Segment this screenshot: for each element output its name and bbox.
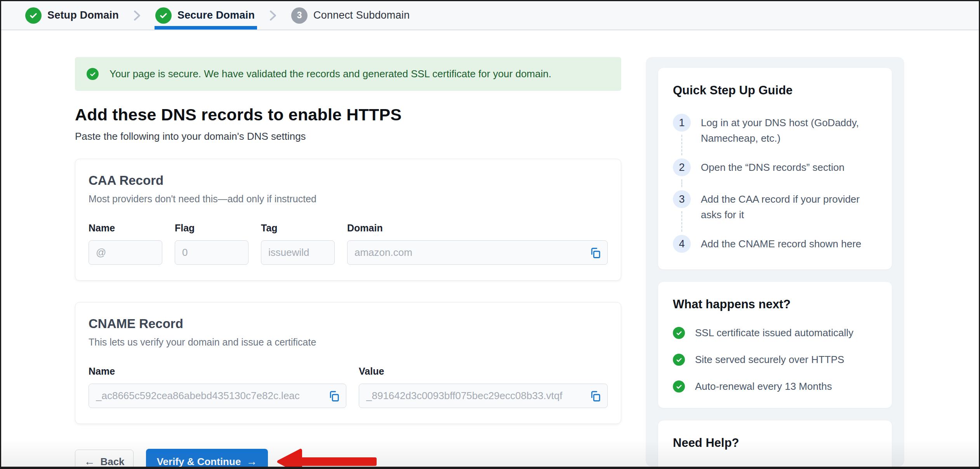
step-connector-line	[681, 135, 682, 155]
quick-guide-card: Quick Step Up Guide 1 Log in at your DNS…	[658, 68, 892, 269]
field-label: Value	[359, 366, 608, 377]
field-label: Flag	[175, 222, 248, 234]
cname-value-input[interactable]	[359, 384, 608, 408]
page-title: Add these DNS records to enable HTTPS	[75, 105, 646, 124]
cname-record-card: CNAME Record This lets us verify your do…	[75, 302, 621, 424]
page-subtitle: Paste the following into your domain's D…	[75, 130, 646, 142]
caa-domain-field: Domain	[347, 222, 608, 265]
cname-name-field: Name	[89, 366, 346, 408]
step-setup-domain[interactable]: Setup Domain	[25, 1, 119, 30]
step-secure-domain[interactable]: Secure Domain	[155, 1, 255, 30]
caa-tag-input[interactable]	[261, 240, 335, 265]
field-label: Domain	[347, 222, 608, 234]
next-item-text: SSL certificate issued automatically	[695, 327, 853, 339]
step-badge: 1	[673, 114, 691, 132]
step-label: Secure Domain	[177, 9, 255, 21]
quick-guide-steps: 1 Log in at your DNS host (GoDaddy, Name…	[673, 114, 877, 254]
what-happens-next-title: What happens next?	[673, 297, 877, 311]
caa-name-field: Name	[89, 222, 162, 265]
guide-step-text: Add the CNAME record shown here	[701, 235, 861, 254]
copy-icon[interactable]	[327, 389, 341, 403]
chevron-right-icon	[269, 1, 277, 30]
need-help-title: Need Help?	[673, 436, 877, 450]
arrow-left-icon: ←	[84, 456, 95, 467]
main-content: Your page is secure. We have validated t…	[1, 31, 646, 467]
caa-flag-input[interactable]	[175, 240, 248, 265]
caa-flag-field: Flag	[175, 222, 248, 265]
copy-icon[interactable]	[588, 389, 602, 403]
next-item-1: SSL certificate issued automatically	[673, 327, 877, 339]
caa-card-subtitle: Most providers don't need this—add only …	[89, 193, 608, 205]
guide-step-4: 4 Add the CNAME record shown here	[673, 235, 877, 254]
active-step-indicator	[155, 26, 257, 30]
step-badge: 3	[673, 190, 691, 208]
next-item-text: Auto-renewal every 13 Months	[695, 380, 832, 393]
success-check-icon	[87, 68, 99, 80]
check-icon	[673, 380, 685, 393]
caa-card-title: CAA Record	[89, 173, 608, 188]
guide-step-text: Open the “DNS records” section	[701, 158, 844, 190]
verify-button-label: Verify & Continue	[157, 456, 241, 468]
success-banner-text: Your page is secure. We have validated t…	[109, 68, 551, 80]
check-icon	[673, 327, 685, 339]
action-row: ← Back Verify & Continue →	[75, 446, 646, 469]
arrow-right-icon: →	[246, 456, 257, 467]
success-banner: Your page is secure. We have validated t…	[75, 57, 621, 91]
quick-guide-title: Quick Step Up Guide	[673, 83, 877, 97]
step-connector-line	[681, 179, 682, 187]
cname-card-subtitle: This lets us verify your domain and issu…	[89, 337, 608, 348]
caa-name-input[interactable]	[89, 240, 162, 265]
field-label: Name	[89, 222, 162, 234]
what-happens-next-card: What happens next? SSL certificate issue…	[658, 282, 892, 408]
next-item-text: Site served securely over HTTPS	[695, 354, 844, 366]
back-button-label: Back	[100, 456, 124, 468]
caa-tag-field: Tag	[261, 222, 335, 265]
cname-value-field: Value	[359, 366, 608, 408]
stepper-bar: Setup Domain Secure Domain 3 Connect Sub…	[1, 1, 979, 30]
caa-domain-input[interactable]	[347, 240, 608, 265]
guide-step-3: 3 Add the CAA record if your provider as…	[673, 190, 877, 235]
cname-card-title: CNAME Record	[89, 316, 608, 331]
sidebar: Quick Step Up Guide 1 Log in at your DNS…	[646, 57, 904, 467]
next-item-2: Site served securely over HTTPS	[673, 354, 877, 366]
field-label: Tag	[261, 222, 335, 234]
back-button[interactable]: ← Back	[75, 450, 134, 469]
step-label: Connect Subdomain	[313, 9, 410, 21]
check-icon	[25, 7, 42, 24]
check-icon	[673, 354, 685, 366]
step-label: Setup Domain	[47, 9, 119, 21]
step-badge: 2	[673, 158, 691, 176]
guide-step-text: Add the CAA record if your provider asks…	[701, 190, 877, 235]
step-number-badge: 3	[291, 7, 308, 24]
red-annotation-arrow	[276, 446, 380, 469]
check-icon	[155, 7, 172, 24]
next-item-3: Auto-renewal every 13 Months	[673, 380, 877, 393]
guide-step-text: Log in at your DNS host (GoDaddy, Namech…	[701, 114, 877, 158]
cname-name-input[interactable]	[89, 384, 346, 408]
guide-step-2: 2 Open the “DNS records” section	[673, 158, 877, 190]
caa-record-card: CAA Record Most providers don't need thi…	[75, 159, 621, 281]
step-badge: 4	[673, 235, 691, 253]
app-window: Setup Domain Secure Domain 3 Connect Sub…	[0, 0, 980, 469]
guide-step-1: 1 Log in at your DNS host (GoDaddy, Name…	[673, 114, 877, 158]
step-connect-subdomain[interactable]: 3 Connect Subdomain	[291, 1, 410, 30]
verify-continue-button[interactable]: Verify & Continue →	[146, 449, 268, 469]
chevron-right-icon	[133, 1, 141, 30]
copy-icon[interactable]	[588, 246, 602, 260]
step-connector-line	[681, 211, 682, 232]
field-label: Name	[89, 366, 346, 377]
need-help-card: Need Help? How to add a CNAME record in	[658, 420, 892, 467]
